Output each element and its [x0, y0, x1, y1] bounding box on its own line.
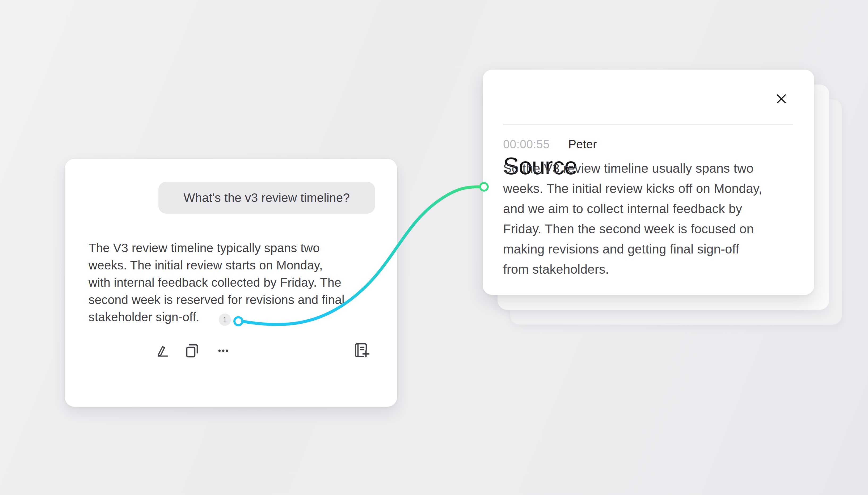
source-panel: Source 00:00:55 Peter So the V3 review t… [483, 70, 814, 295]
close-icon [776, 94, 786, 104]
speaker-name: Peter [568, 137, 597, 151]
copy-button[interactable] [185, 343, 200, 359]
chat-card: What's the v3 review timeline? The V3 re… [65, 159, 397, 407]
timestamp[interactable]: 00:00:55 [503, 138, 550, 151]
add-to-note-button[interactable] [354, 342, 371, 359]
citation-badge[interactable]: 1 [219, 313, 231, 326]
assistant-answer-text: The V3 review timeline typically spans t… [88, 239, 386, 326]
source-quote-text: So the V3 review timeline usually spans … [503, 158, 809, 279]
user-question-text: What's the v3 review timeline? [184, 190, 350, 205]
divider [503, 124, 793, 125]
edit-button[interactable] [155, 343, 170, 358]
add-note-icon [354, 343, 371, 359]
more-options-button[interactable] [215, 344, 231, 357]
close-button[interactable] [773, 90, 790, 107]
ellipsis-icon [217, 348, 229, 353]
user-question-bubble: What's the v3 review timeline? [158, 182, 375, 214]
source-meta-row: 00:00:55 Peter [503, 137, 597, 151]
canvas: What's the v3 review timeline? The V3 re… [0, 0, 868, 495]
copy-icon [186, 343, 199, 358]
pencil-icon [156, 344, 170, 357]
